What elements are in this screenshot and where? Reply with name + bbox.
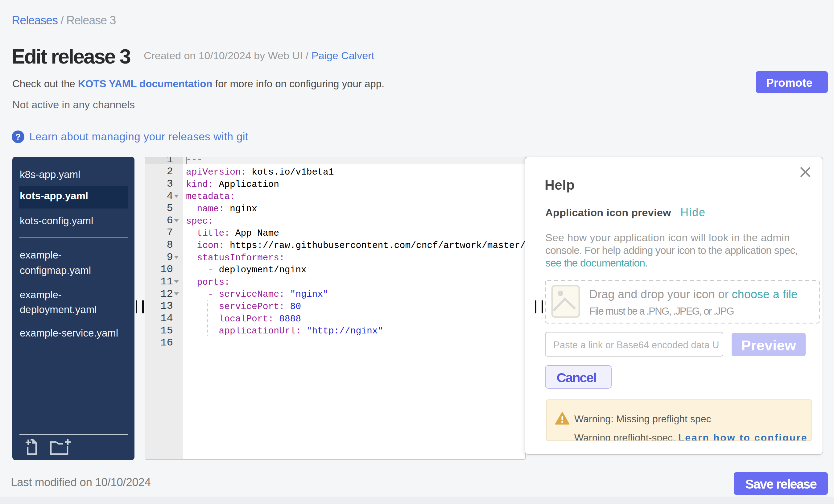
svg-text:?: ?	[16, 132, 21, 141]
